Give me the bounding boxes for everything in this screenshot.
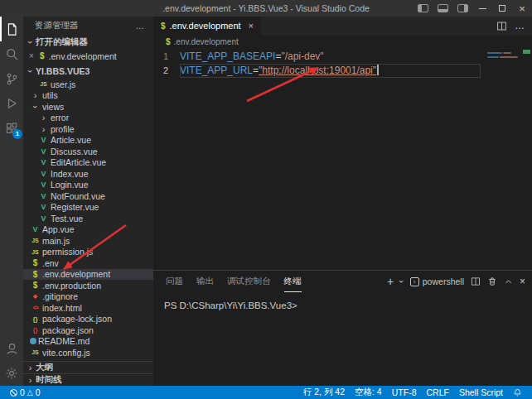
status-encoding[interactable]: UTF-8 — [387, 387, 422, 397]
tree-item-index.html[interactable]: <>index.html — [23, 302, 153, 314]
tree-item-NotFound.vue[interactable]: VNotFound.vue — [23, 190, 153, 202]
toggle-sidebar-icon[interactable] — [413, 0, 433, 17]
overview-ruler-marker — [523, 50, 530, 54]
search-icon[interactable] — [0, 41, 23, 66]
problems-status[interactable]: 0 △ 0 — [5, 387, 46, 397]
tree-item-package.json[interactable]: {}package.json — [23, 324, 153, 336]
tree-item-permission.js[interactable]: JSpermission.js — [23, 247, 153, 258]
maximize-button[interactable] — [492, 0, 512, 17]
env-file-icon: $ — [30, 258, 41, 267]
tree-item-.env[interactable]: $.env — [23, 257, 153, 269]
tree-item-.gitignore[interactable]: ◆.gitignore — [23, 291, 153, 303]
toggle-secondary-sidebar-icon[interactable] — [452, 0, 472, 17]
file-name: .env — [42, 258, 59, 268]
panel-tab-调试控制台[interactable]: 调试控制台 — [227, 271, 271, 292]
status-eol[interactable]: CRLF — [421, 387, 453, 397]
toggle-panel-icon[interactable] — [433, 0, 452, 17]
more-actions-icon[interactable]: … — [136, 21, 146, 31]
tree-item-vite.config.js[interactable]: JSvite.config.js — [23, 347, 153, 358]
tree-item-App.vue[interactable]: VApp.vue — [23, 224, 153, 236]
js-file-icon: JS — [30, 238, 41, 243]
terminal-output[interactable]: PS D:\CSharp\Yi\Yi.BBS.Vue3> — [153, 292, 532, 386]
tree-item-main.js[interactable]: JSmain.js — [23, 235, 153, 247]
file-name: vite.config.js — [42, 348, 90, 358]
tree-item-profile[interactable]: ›profile — [23, 123, 153, 135]
status-cursor-position[interactable]: 行 2, 列 42 — [298, 387, 350, 398]
maximize-panel-icon[interactable] — [504, 277, 513, 286]
panel-tab-输出[interactable]: 输出 — [196, 271, 214, 292]
tree-item-Test.vue[interactable]: VTest.vue — [23, 213, 153, 224]
extensions-icon[interactable]: 1 — [0, 116, 23, 141]
minimize-button[interactable] — [472, 0, 492, 17]
tree-item-Login.vue[interactable]: VLogin.vue — [23, 180, 153, 191]
vue-file-icon: V — [38, 180, 49, 189]
open-editor-item[interactable]: × $ .env.development — [23, 49, 153, 63]
explorer-sidebar: 资源管理器 … › 打开的编辑器 × $ .env.development › … — [23, 17, 153, 386]
file-name: README.md — [38, 336, 89, 346]
chevron-right-icon: › — [38, 113, 49, 123]
file-name: Index.vue — [51, 169, 89, 179]
chevron-down-icon: › — [26, 65, 36, 76]
close-window-button[interactable]: × — [512, 0, 532, 17]
code-line-2[interactable]: 2VITE_APP_URL="http://localhost:19001/ap… — [153, 64, 532, 78]
source-control-icon[interactable] — [0, 66, 23, 91]
chevron-right-icon: › — [30, 90, 41, 100]
tree-item-Register.vue[interactable]: VRegister.vue — [23, 202, 153, 214]
js-file-icon: JS — [30, 349, 41, 355]
tree-item-views[interactable]: ›views — [23, 101, 153, 113]
file-name: .env.development — [42, 269, 110, 279]
project-root-section[interactable]: › YI.BBS.VUE3 — [23, 63, 153, 79]
file-name: package-lock.json — [42, 314, 112, 324]
tree-item-utils[interactable]: ›utils — [23, 90, 153, 102]
tree-item-EditArticle.vue[interactable]: VEditArticle.vue — [23, 157, 153, 169]
close-panel-icon[interactable]: × — [520, 276, 525, 287]
file-name: package.json — [42, 325, 94, 335]
terminal-dropdown-icon[interactable]: › — [400, 276, 404, 286]
bottom-panel: 问题输出调试控制台终端 + › › powershell — [153, 270, 532, 386]
tree-item-Article.vue[interactable]: VArticle.vue — [23, 135, 153, 147]
close-editor-icon[interactable]: × — [29, 51, 37, 60]
code-line-1[interactable]: 1VITE_APP_BASEAPI="/api-dev" — [153, 50, 532, 64]
code-editor[interactable]: 1VITE_APP_BASEAPI="/api-dev"2VITE_APP_UR… — [153, 48, 532, 270]
line-content: VITE_APP_BASEAPI="/api-dev" — [180, 50, 481, 64]
panel-tab-终端[interactable]: 终端 — [284, 271, 302, 292]
env-file-icon: $ — [40, 51, 45, 60]
account-icon[interactable] — [0, 336, 23, 361]
outline-section[interactable]: › 大纲 — [23, 361, 153, 373]
file-name: index.html — [42, 303, 82, 313]
vue-file-icon: V — [38, 203, 49, 211]
split-editor-icon[interactable] — [496, 21, 507, 31]
new-terminal-icon[interactable]: + — [387, 275, 394, 288]
status-language-mode[interactable]: Shell Script — [454, 387, 508, 397]
split-terminal-icon[interactable] — [471, 276, 481, 286]
minimap[interactable] — [486, 48, 527, 270]
file-name: .gitignore — [42, 291, 78, 301]
env-file-icon: $ — [30, 270, 41, 279]
file-name: profile — [51, 124, 75, 134]
kill-terminal-icon[interactable] — [487, 276, 497, 286]
tree-item-README.md[interactable]: README.md — [23, 336, 153, 348]
notifications-bell-icon[interactable] — [508, 388, 527, 397]
close-tab-icon[interactable]: × — [249, 21, 254, 31]
shell-selector[interactable]: › powershell — [410, 276, 464, 286]
line-number: 2 — [153, 64, 180, 78]
tree-item-package-lock.json[interactable]: {}package-lock.json — [23, 314, 153, 325]
settings-gear-icon[interactable] — [0, 361, 23, 386]
tree-item-user.js[interactable]: JSuser.js — [23, 79, 153, 90]
tree-item-.env.development[interactable]: $.env.development — [23, 269, 153, 281]
tree-item-Discuss.vue[interactable]: VDiscuss.vue — [23, 146, 153, 157]
tree-item-.env.production[interactable]: $.env.production — [23, 280, 153, 291]
breadcrumb[interactable]: $ .env.development — [153, 35, 532, 48]
open-editors-section[interactable]: › 打开的编辑器 — [23, 35, 153, 49]
timeline-section[interactable]: › 时间线 — [23, 373, 153, 386]
editor-more-actions-icon[interactable]: … — [515, 20, 525, 31]
tab-env-development[interactable]: $ .env.development × — [153, 17, 261, 35]
tree-item-Index.vue[interactable]: VIndex.vue — [23, 168, 153, 180]
panel-tab-问题[interactable]: 问题 — [166, 271, 183, 292]
file-name: permission.js — [42, 247, 93, 257]
file-name: Register.vue — [51, 202, 99, 212]
explorer-icon[interactable] — [0, 17, 23, 41]
tree-item-error[interactable]: ›error — [23, 113, 153, 124]
run-debug-icon[interactable] — [0, 91, 23, 116]
status-indentation[interactable]: 空格: 4 — [350, 387, 387, 398]
